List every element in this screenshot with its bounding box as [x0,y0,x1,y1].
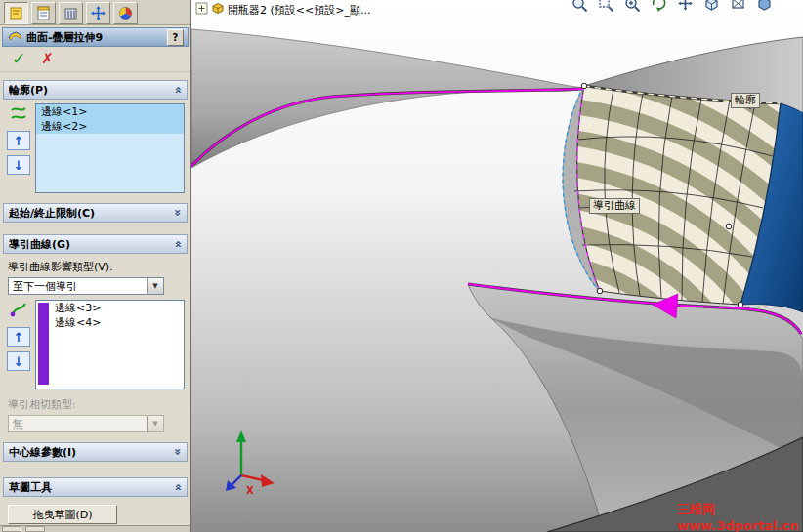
triad-x-label: X [246,485,254,496]
triad-x-axis [261,474,275,487]
guide-curve-callout[interactable]: 導引曲線 [589,198,640,214]
chevron-up-icon: » [172,86,184,94]
flyout-feature-tree[interactable]: 開瓶器2 (預設<<預設>_顯... [195,2,370,18]
guides-controls: ↑ ↓ [6,300,31,389]
guides-listbox[interactable]: 邊線<3> 邊線<4> [35,300,185,389]
favorites-icon[interactable] [31,2,56,24]
zoom-in-icon[interactable] [623,0,642,13]
section-centerline-label: 中心線參數(I) [9,445,174,460]
part-icon [211,2,225,18]
section-sketch-tools-header[interactable]: 草圖工具 » [3,477,188,497]
move-guide-up-button[interactable]: ↑ [7,327,30,347]
pan-icon[interactable] [676,0,695,13]
panel-tab-strip [0,0,190,25]
section-centerline-header[interactable]: 中心線參數(I) » [3,442,188,462]
list-item[interactable]: 邊線<2> [36,119,184,134]
dropdown-arrow-icon: ▼ [147,416,163,431]
cad-model: X [191,0,803,532]
profile-selection-icon [9,104,28,126]
profile-callout[interactable]: 輪廓 [731,93,760,108]
design-binder-icon[interactable] [59,2,83,24]
move-profile-up-button[interactable]: ↑ [7,131,30,150]
guide-tangency-value: 無 [9,417,147,431]
appearances-icon[interactable] [113,2,138,24]
zoom-area-icon[interactable] [597,0,615,13]
move-resize-icon[interactable] [86,2,110,24]
section-start-end-header[interactable]: 起始/終止限制(C) » [3,203,188,223]
list-item[interactable]: 邊線<3> [36,301,184,315]
guide-selection-icon [9,301,28,322]
section-start-end-label: 起始/終止限制(C) [9,206,174,221]
profiles-body: ↑ ↓ 邊線<1> 邊線<2> [6,103,185,193]
origin-triad: X [226,430,275,496]
rotate-view-icon[interactable] [650,0,668,13]
list-item[interactable]: 邊線<1> [36,104,184,119]
cancel-button[interactable]: ✗ [41,52,54,66]
guide-tangency-dropdown: 無 ▼ [8,415,164,432]
upper-arm-surface[interactable] [191,29,583,168]
guide-influence-dropdown[interactable]: 至下一個導引 ▼ [8,277,164,295]
shaded-view-icon[interactable] [755,0,774,13]
section-sketch-tools-label: 草圖工具 [9,480,174,495]
list-item[interactable]: 邊線<4> [36,315,184,330]
feature-title: 曲面-疊層拉伸9 [26,30,163,45]
view-toolbar [571,0,774,13]
move-guide-down-button[interactable]: ↓ [7,351,30,371]
chevron-down-icon: » [172,448,184,456]
chevron-down-icon: » [172,209,184,217]
property-manager-panel: 曲面-疊層拉伸9 ? ✓ ✗ 輪廓(P) » ↑ ↓ 邊線<1> 邊線<2> [0,0,191,532]
drag-sketch-button[interactable]: 拖曳草圖(D) [8,505,117,524]
guide-color-swatch [38,303,49,385]
ok-button[interactable]: ✓ [12,51,25,67]
section-profiles-header[interactable]: 輪廓(P) » [3,80,188,100]
tree-expand-icon[interactable] [195,2,208,18]
guides-body: ↑ ↓ 邊線<3> 邊線<4> [6,300,185,389]
chevron-up-icon: » [172,240,184,248]
loft-feature-icon [7,27,22,47]
breadcrumb-text[interactable]: 開瓶器2 (預設<<預設>_顯... [228,3,370,18]
move-profile-down-button[interactable]: ↓ [7,155,30,175]
profiles-listbox[interactable]: 邊線<1> 邊線<2> [35,103,185,193]
guide-tangency-label: 導引相切類型: [8,397,183,412]
panel-cutoff-row [0,525,190,532]
confirm-bar: ✓ ✗ [0,47,190,72]
guide-influence-label: 導引曲線影響類型(V): [8,260,183,274]
feature-title-bar: 曲面-疊層拉伸9 ? [2,27,189,47]
watermark-text: 三维网www.3dportal.cn [677,501,803,532]
standard-views-icon[interactable] [702,0,721,13]
help-button[interactable]: ? [167,29,184,46]
triad-y-axis [236,430,246,442]
guide-influence-value: 至下一個導引 [9,279,147,294]
message-note-icon[interactable] [4,2,28,24]
section-guides-header[interactable]: 導引曲線(G) » [3,234,188,254]
profiles-controls: ↑ ↓ [6,103,31,193]
section-guides-label: 導引曲線(G) [9,237,174,252]
zoom-fit-icon[interactable] [571,0,589,13]
graphics-viewport[interactable]: X 開瓶器2 (預設<<預設>_顯... [191,0,803,532]
chevron-up-icon: » [172,483,184,491]
solidworks-window: 曲面-疊層拉伸9 ? ✓ ✗ 輪廓(P) » ↑ ↓ 邊線<1> 邊線<2> [0,0,803,532]
wireframe-icon[interactable] [729,0,747,13]
dropdown-arrow-icon[interactable]: ▼ [147,278,163,294]
section-profiles-label: 輪廓(P) [9,83,174,98]
